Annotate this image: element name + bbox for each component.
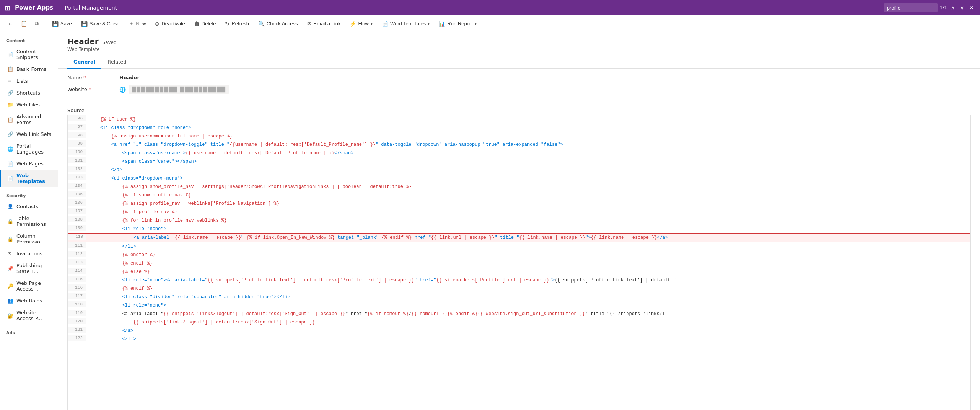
sidebar-item-content-3[interactable]: 🔗Shortcuts (0, 87, 58, 99)
website-row: Website * 🌐 ██████████ ██████████ (67, 85, 971, 94)
sidebar-item-security-0[interactable]: 👤Contacts (0, 201, 58, 212)
main-layout: Content 📄Content Snippets📋Basic Forms≡Li… (0, 32, 980, 410)
code-line-104[interactable]: 104 {% assign show_profile_nav = setting… (68, 183, 970, 191)
search-close-button[interactable]: ✕ (968, 4, 975, 11)
code-line-120[interactable]: 120 {{ snippets['links/logout'] | defaul… (68, 318, 970, 327)
tab-related[interactable]: Related (101, 56, 132, 69)
code-line-115[interactable]: 115 <li role="none"><a aria-label="{{ sn… (68, 276, 970, 284)
new-window-button[interactable]: ⧉ (32, 18, 42, 29)
code-line-109[interactable]: 109 <li role="none"> (68, 225, 970, 233)
sidebar-item-content-5[interactable]: 📋Advanced Forms (0, 111, 58, 128)
sidebar-item-content-2[interactable]: ≡Lists (0, 75, 58, 87)
line-content: <li role="none"> (86, 301, 970, 310)
search-input[interactable] (884, 3, 938, 12)
sidebar-item-security-2[interactable]: 🔒Column Permissio... (0, 230, 58, 248)
code-line-101[interactable]: 101 <span class="caret"></span> (68, 157, 970, 166)
record-header: Header Saved Web Template (58, 32, 980, 56)
code-line-107[interactable]: 107 {% if profile_nav %} (68, 208, 970, 216)
code-line-114[interactable]: 114 {% else %} (68, 268, 970, 276)
notes-icon: 📋 (21, 21, 27, 27)
sidebar-item-security-4[interactable]: 📌Publishing State T... (0, 260, 58, 277)
back-button[interactable]: ← (5, 18, 16, 29)
code-line-98[interactable]: 98 {% assign username=user.fullname | es… (68, 132, 970, 140)
sidebar-item-security-1[interactable]: 🔒Table Permissions (0, 212, 58, 230)
email-link-button[interactable]: ✉ Email a Link (303, 18, 345, 29)
deactivate-label: Deactivate (161, 21, 185, 26)
form-area: Name * Header Website * 🌐 ██████████ ███… (58, 69, 980, 105)
code-line-112[interactable]: 112 {% endfor %} (68, 251, 970, 259)
line-content: <li class="dropdown" role="none"> (86, 124, 970, 132)
line-number: 120 (68, 318, 86, 324)
code-line-97[interactable]: 97 <li class="dropdown" role="none"> (68, 124, 970, 132)
back-icon: ← (8, 21, 13, 27)
delete-button[interactable]: 🗑 Delete (190, 18, 220, 29)
sidebar-item-content-8[interactable]: 📄Web Pages (0, 158, 58, 170)
sidebar-icon: 🌐 (7, 146, 13, 152)
code-line-111[interactable]: 111 </li> (68, 242, 970, 251)
sidebar-item-label: Publishing State T... (16, 263, 52, 274)
line-number: 100 (68, 149, 86, 155)
refresh-button[interactable]: ↻ Refresh (221, 18, 253, 29)
code-line-119[interactable]: 119 <a aria-label="{{ snippets['links/lo… (68, 310, 970, 318)
check-access-icon: 🔍 (258, 21, 265, 27)
line-number: 113 (68, 259, 86, 265)
code-editor[interactable]: 96 {% if user %}97 <li class="dropdown" … (67, 115, 971, 410)
code-line-103[interactable]: 103 <ul class="dropdown-menu"> (68, 174, 970, 183)
sidebar-item-content-6[interactable]: 🔗Web Link Sets (0, 128, 58, 140)
tabs: General Related (58, 56, 980, 69)
line-content: {% else %} (86, 268, 970, 276)
code-line-110[interactable]: 110 <a aria-label="{{ link.name | escape… (68, 233, 970, 242)
top-search: 1/1 ∧ ∨ ✕ (884, 3, 975, 12)
sidebar-item-security-7[interactable]: 🔐Website Access P... (0, 307, 58, 324)
save-button[interactable]: 💾 Save (48, 18, 76, 29)
new-button[interactable]: ＋ New (125, 18, 150, 29)
sidebar-icon: ≡ (7, 78, 13, 84)
sidebar-item-content-9[interactable]: 📄Web Templates (0, 170, 58, 187)
sidebar-item-content-4[interactable]: 📁Web Files (0, 99, 58, 111)
sidebar-item-security-3[interactable]: ✉Invitations (0, 248, 58, 260)
line-content: <a aria-label="{{ snippets['links/logout… (86, 310, 970, 318)
code-line-117[interactable]: 117 <li class="divider" role="separator"… (68, 293, 970, 301)
code-line-96[interactable]: 96 {% if user %} (68, 115, 970, 124)
code-line-106[interactable]: 106 {% assign profile_nav = weblinks['Pr… (68, 199, 970, 208)
flow-button[interactable]: ⚡ Flow ▾ (346, 18, 376, 29)
website-value: ██████████ ██████████ (129, 85, 229, 94)
flow-icon: ⚡ (350, 21, 356, 27)
line-content: {{ snippets['links/logout'] | default:re… (86, 318, 970, 327)
deactivate-button[interactable]: ⊖ Deactivate (151, 18, 189, 29)
sidebar-icon: ✉ (7, 251, 13, 256)
sidebar-item-label: Advanced Forms (16, 114, 52, 125)
word-templates-button[interactable]: 📄 Word Templates ▾ (378, 18, 433, 29)
sidebar-item-content-0[interactable]: 📄Content Snippets (0, 46, 58, 63)
save-close-button[interactable]: 💾 Save & Close (77, 18, 124, 29)
sidebar-icon: 📁 (7, 102, 13, 108)
sidebar-item-security-6[interactable]: 👥Web Roles (0, 295, 58, 307)
run-report-button[interactable]: 📊 Run Report ▾ (435, 18, 480, 29)
sidebar-item-content-1[interactable]: 📋Basic Forms (0, 63, 58, 75)
code-line-102[interactable]: 102 </a> (68, 166, 970, 174)
search-prev-button[interactable]: ∧ (949, 4, 956, 11)
code-line-100[interactable]: 100 <span class="username">{{ username |… (68, 149, 970, 157)
record-subtitle: Web Template (67, 47, 971, 52)
code-line-116[interactable]: 116 {% endif %} (68, 284, 970, 293)
flow-dropdown-arrow: ▾ (371, 21, 373, 26)
code-line-118[interactable]: 118 <li role="none"> (68, 301, 970, 310)
sidebar-item-content-7[interactable]: 🌐Portal Languages (0, 140, 58, 158)
check-access-button[interactable]: 🔍 Check Access (254, 18, 302, 29)
search-next-button[interactable]: ∨ (959, 4, 965, 11)
line-number: 116 (68, 284, 86, 291)
code-line-113[interactable]: 113 {% endif %} (68, 259, 970, 268)
code-line-99[interactable]: 99 <a href="#" class="dropdown-toggle" t… (68, 140, 970, 149)
code-line-122[interactable]: 122 </li> (68, 335, 970, 343)
code-line-105[interactable]: 105 {% if show_profile_nav %} (68, 191, 970, 199)
waffle-menu[interactable]: ⊞ (5, 4, 10, 12)
notes-button[interactable]: 📋 (18, 18, 30, 29)
website-label: Website * (67, 87, 113, 92)
sidebar-item-security-5[interactable]: 🔑Web Page Access ... (0, 277, 58, 295)
line-content: </a> (86, 327, 970, 335)
code-line-108[interactable]: 108 {% for link in profile_nav.weblinks … (68, 216, 970, 225)
line-number: 110 (68, 234, 86, 240)
line-content: </li> (86, 335, 970, 343)
code-line-121[interactable]: 121 </a> (68, 327, 970, 335)
tab-general[interactable]: General (67, 56, 101, 69)
